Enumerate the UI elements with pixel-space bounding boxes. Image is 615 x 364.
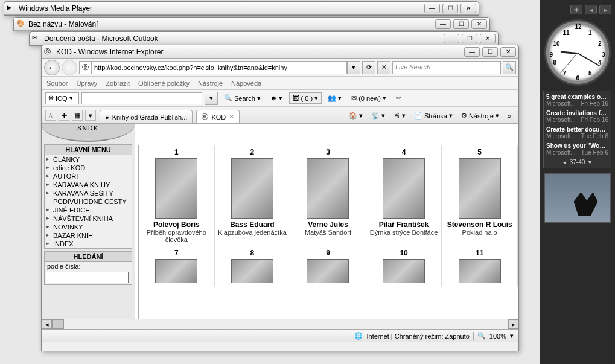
close-button[interactable]: ✕ — [480, 34, 496, 43]
menu-item[interactable]: KARAVANA KNIHY — [45, 180, 132, 189]
maximize-button[interactable]: ☐ — [462, 34, 477, 43]
toolbar-search-button[interactable]: 🔍 Search ▾ — [220, 92, 264, 104]
forward-button[interactable]: → — [62, 60, 77, 75]
scroll-left-arrow[interactable]: ◂ — [42, 319, 52, 329]
zoom-dropdown[interactable]: ▾ — [510, 332, 514, 340]
minimize-button[interactable]: ― — [444, 34, 459, 43]
tab-kod[interactable]: ⓔ KOD ✕ — [196, 110, 240, 123]
home-button[interactable]: 🏠 ▾ — [345, 110, 366, 121]
quick-tabs-icon[interactable]: ▦ — [72, 110, 83, 121]
zoom-icon[interactable]: 🔍 — [477, 332, 486, 340]
scroll-track[interactable] — [64, 319, 508, 329]
minimize-button[interactable]: ― — [424, 4, 440, 13]
search-placeholder: Live Search — [395, 63, 430, 71]
chevron-icon[interactable]: » — [504, 110, 515, 121]
search-number-input[interactable] — [46, 272, 129, 283]
menu-item[interactable]: KARAVANA SEŠITY — [45, 189, 132, 197]
minimize-button[interactable]: ― — [464, 47, 480, 57]
book-number: 4 — [369, 148, 439, 156]
book-cell[interactable]: 9 — [290, 246, 366, 287]
menu-bar: Soubor Úpravy Zobrazit Oblíbené položky … — [42, 77, 518, 90]
close-button[interactable]: ✕ — [500, 47, 516, 57]
menu-item[interactable]: AUTOŘI — [45, 172, 132, 180]
page-menu[interactable]: 📄 Stránka ▾ — [410, 110, 456, 121]
feed-item[interactable]: Create better docum... Microsoft...Tue F… — [546, 126, 608, 139]
search-go-button[interactable]: 🔍 — [503, 61, 516, 74]
menu-favorites[interactable]: Oblíbené položky — [138, 80, 190, 87]
close-button[interactable]: ✕ — [460, 4, 476, 13]
grid-row: 1 Polevoj Boris Příběh opravdového člově… — [139, 145, 518, 246]
add-favorites-icon[interactable]: ✚ — [59, 110, 69, 121]
print-button[interactable]: 🖨 ▾ — [390, 110, 409, 121]
toolbar-highlighter[interactable]: ✏ — [392, 92, 405, 104]
menu-item[interactable]: JINÉ EDICE — [45, 206, 132, 214]
icq-combo[interactable]: ❋ ICQ ▾ — [45, 92, 79, 104]
book-cell[interactable]: 7 — [139, 246, 215, 287]
stop-button[interactable]: ✕ — [377, 61, 390, 74]
book-cell[interactable]: 1 Polevoj Boris Příběh opravdového člově… — [139, 145, 215, 246]
clock-gadget[interactable]: 12 1 2 3 4 5 6 7 8 9 10 11 — [544, 19, 611, 86]
pager-next[interactable]: ▾ — [588, 159, 591, 165]
zone-text: Internet | Chráněný režim: Zapnuto — [366, 333, 469, 340]
menu-item[interactable]: ČLÁNKY — [45, 155, 132, 164]
zoom-level[interactable]: 100% — [489, 333, 506, 340]
menu-file[interactable]: Soubor — [46, 80, 68, 87]
toolbar-search-dropdown[interactable]: ▾ — [205, 92, 218, 105]
maximize-button[interactable]: ☐ — [482, 47, 498, 57]
menu-item[interactable]: PODIVUHODNÉ CESTY — [45, 197, 132, 206]
menu-item[interactable]: NOVINKY — [45, 223, 132, 231]
toolbar-people[interactable]: 👥 ▾ — [324, 92, 345, 104]
menu-item[interactable]: INDEX — [45, 240, 132, 248]
maximize-button[interactable]: ☐ — [453, 19, 469, 29]
horizontal-scrollbar[interactable]: ◂ ▸ — [42, 319, 518, 329]
menu-item[interactable]: NÁVŠTĚVNÍ KNIHA — [45, 214, 132, 223]
menu-view[interactable]: Zobrazit — [106, 80, 130, 87]
menu-tools[interactable]: Nástroje — [198, 80, 223, 87]
tab-close-icon[interactable]: ✕ — [229, 113, 234, 121]
book-cell[interactable]: 2 Bass Eduard Klapzubova jedenáctka — [215, 145, 291, 246]
menu-item[interactable]: BAZAR KNIH — [45, 231, 132, 240]
book-cell[interactable]: 11 — [442, 246, 518, 287]
minimize-button[interactable]: ― — [435, 19, 451, 29]
search-box[interactable]: Live Search — [392, 61, 501, 74]
toolbar-emoticon[interactable]: ☻ ▾ — [267, 92, 287, 104]
back-button[interactable]: ← — [44, 60, 60, 75]
menu-item[interactable]: edice KOD — [45, 164, 132, 172]
slideshow-gadget[interactable] — [544, 173, 611, 223]
close-button[interactable]: ✕ — [471, 19, 487, 29]
sidebar-left-button[interactable]: ◂ — [585, 5, 597, 14]
refresh-button[interactable]: ⟳ — [362, 61, 375, 74]
menu-help[interactable]: Nápověda — [231, 80, 261, 87]
addr-dropdown[interactable]: ▾ — [347, 61, 360, 74]
scroll-thumb[interactable] — [52, 319, 64, 329]
book-cell[interactable]: 5 Stevenson R Louis Poklad na o — [442, 145, 518, 246]
maximize-button[interactable]: ☐ — [442, 4, 458, 13]
scroll-right-arrow[interactable]: ▸ — [508, 319, 518, 329]
outlook-window: ✉ Doručená pošta - Microsoft Outlook ― ☐… — [29, 31, 499, 46]
favorites-star-icon[interactable]: ☆ — [45, 110, 56, 121]
main-menu-title: HLAVNÍ MENU — [45, 145, 132, 155]
sidebar-right-button[interactable]: ▸ — [599, 5, 611, 14]
feed-pager: ◂ 37-40 ▾ — [546, 159, 608, 165]
feed-item[interactable]: Create invitations for... Microsoft...Fr… — [546, 110, 608, 123]
toolbar-popup-counter[interactable]: 🖼 ( 0 ) ▾ — [289, 92, 322, 104]
feed-item[interactable]: 5 great examples of ... Microsoft...Fri … — [546, 94, 608, 107]
add-gadget-button[interactable]: ✚ — [570, 5, 582, 14]
book-cell[interactable]: 3 Verne Jules Matyáš Sandorf — [290, 145, 366, 246]
toolbar-search-input[interactable] — [81, 92, 202, 104]
tools-menu[interactable]: ⚙ Nástroje ▾ — [457, 110, 503, 121]
address-bar[interactable]: http://kod.pecinovsky.cz/kod.php?h=cislo… — [91, 61, 347, 74]
book-cell[interactable]: 4 Pilař František Dýmka strýce Bonifáce — [366, 145, 442, 246]
tab-list-dropdown[interactable]: ▾ — [85, 110, 96, 121]
feed-gadget[interactable]: 5 great examples of ... Microsoft...Fri … — [543, 91, 611, 168]
pager-prev[interactable]: ◂ — [563, 159, 566, 165]
feed-item[interactable]: Show us your "Wow... Microsoft...Tue Feb… — [546, 142, 608, 156]
feeds-button[interactable]: 📡 ▾ — [368, 110, 389, 121]
tab-grada[interactable]: ● Knihy od Grada Publish... — [100, 110, 193, 123]
book-cell[interactable]: 8 — [215, 246, 291, 287]
new-tab-button[interactable] — [243, 111, 255, 123]
ie-titlebar: ⓔ KOD - Windows Internet Explorer ― ☐ ✕ — [42, 45, 518, 59]
toolbar-mail[interactable]: ✉ (0 new) ▾ — [348, 92, 390, 104]
book-cell[interactable]: 10 — [366, 246, 442, 287]
menu-edit[interactable]: Úpravy — [76, 80, 97, 87]
